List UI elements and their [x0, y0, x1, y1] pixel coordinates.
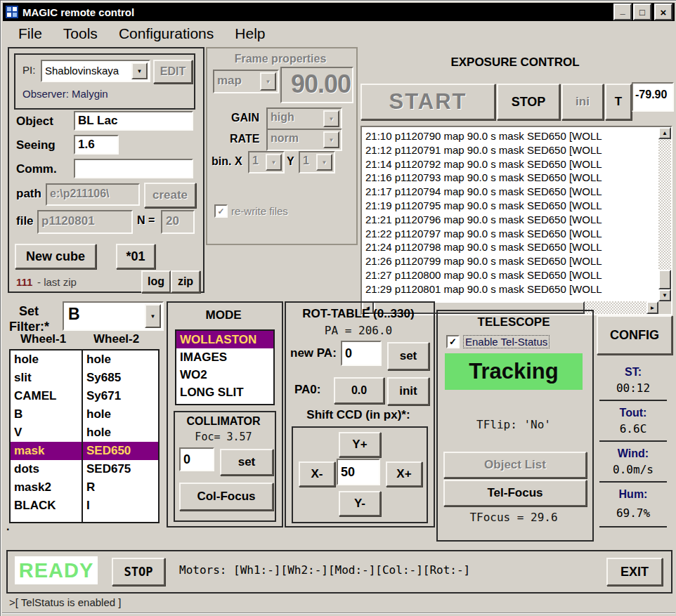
file-field[interactable]: p1120801 [37, 210, 133, 234]
set-label: Set [19, 304, 39, 319]
menu-help[interactable]: Help [235, 25, 265, 42]
log-line[interactable]: 21:27 p1120800 map 90.0 s mask SED650 [W… [365, 268, 658, 282]
log-line[interactable]: 21:10 p1120790 map 90.0 s mask SED650 [W… [365, 129, 658, 143]
app-icon [6, 6, 18, 18]
shift-amount-input[interactable] [337, 459, 380, 485]
pi-dropdown-arrow-icon[interactable]: ▼ [131, 63, 148, 79]
path-field[interactable]: e:\p211106\ [46, 183, 140, 206]
enable-telstatus-checkbox[interactable]: ✓ [446, 335, 460, 348]
wheel1-item[interactable]: slit [11, 369, 84, 387]
wheel2-item[interactable]: Sy685 [83, 369, 158, 387]
filter-dropdown-arrow-icon[interactable]: ▼ [145, 304, 161, 328]
exit-button[interactable]: EXIT [606, 558, 663, 586]
object-list-button[interactable]: Object List [443, 452, 587, 478]
wheel2-item[interactable]: SED675 [83, 460, 158, 478]
t-button[interactable]: T [605, 84, 632, 120]
wheel2-item[interactable]: R [83, 478, 158, 497]
frame-type-dropdown[interactable]: map ▼ [213, 70, 279, 93]
wheel1-item[interactable]: B [11, 405, 84, 424]
ini-button[interactable]: ini [561, 84, 604, 120]
shift-x-minus-button[interactable]: X- [299, 461, 335, 487]
object-input[interactable] [74, 111, 193, 131]
frame-properties-title: Frame properties [207, 53, 353, 65]
wheel2-item[interactable]: hole [83, 350, 158, 369]
wheel1-item[interactable]: mask2 [11, 478, 84, 497]
config-button[interactable]: CONFIG [597, 315, 672, 355]
log-line[interactable]: 21:17 p1120794 map 90.0 s mask SED650 [W… [365, 185, 658, 199]
filter-dropdown[interactable]: B ▼ [63, 301, 164, 331]
gain-dropdown[interactable]: high ▼ [266, 107, 342, 130]
scroll-right-button[interactable]: ► [646, 301, 658, 314]
bin-y-dropdown[interactable]: 1 ▼ [299, 151, 335, 173]
wheel1-item[interactable]: CAMEL [11, 387, 84, 405]
wheel1-item[interactable]: dots [11, 460, 84, 478]
scroll-up-button[interactable]: ▲ [658, 127, 671, 139]
wheel1-item-selected[interactable]: mask [11, 442, 84, 460]
mode-item[interactable]: IMAGES [176, 348, 273, 366]
log-line[interactable]: 21:22 p1120797 map 90.0 s mask SED650 [W… [365, 227, 658, 241]
scroll-down-button[interactable]: ▼ [658, 289, 671, 301]
tracking-status-badge: Tracking [445, 353, 583, 390]
wheel2-item[interactable]: hole [83, 424, 158, 442]
log-line[interactable]: 21:12 p1120791 map 90.0 s mask SED650 [W… [365, 143, 658, 157]
mode-item[interactable]: LONG SLIT [176, 384, 273, 401]
pa-set-button[interactable]: set [387, 342, 429, 370]
create-button[interactable]: create [144, 183, 196, 208]
log-line[interactable]: 21:19 p1120795 map 90.0 s mask SED650 [W… [365, 199, 658, 213]
menu-file[interactable]: File [18, 25, 42, 42]
vertical-scrollbar[interactable]: ▲ ▼ [658, 127, 671, 301]
log-line[interactable]: 21:21 p1120796 map 90.0 s mask SED650 [W… [365, 213, 658, 227]
wheel1-item[interactable]: BLACK [11, 497, 84, 515]
n-field[interactable]: 20 [161, 210, 195, 234]
tel-focus-button[interactable]: Tel-Focus [443, 480, 587, 506]
col-focus-button[interactable]: Col-Focus [179, 483, 273, 511]
log-line[interactable]: 21:29 p1120801 map 90.0 s mask SED650 [W… [365, 282, 658, 296]
dot-marker: . [6, 520, 9, 533]
collimator-focus-input[interactable] [179, 447, 214, 471]
maximize-button[interactable]: □ [633, 4, 651, 20]
rate-dropdown[interactable]: norm ▼ [266, 129, 342, 151]
close-button[interactable]: × [654, 4, 672, 20]
log-line[interactable]: 21:16 p1120793 map 90.0 s mask SED650 [W… [365, 171, 658, 185]
edit-button[interactable]: EDIT [153, 60, 193, 84]
shift-y-minus-button[interactable]: Y- [339, 491, 381, 516]
wheel1-item[interactable]: hole [11, 350, 84, 369]
new-pa-input[interactable] [341, 341, 382, 366]
stop-exposure-button[interactable]: STOP [497, 84, 560, 120]
wheel1-item[interactable]: V [11, 424, 84, 442]
wheel2-item[interactable]: Sy671 [83, 387, 158, 405]
pi-dropdown[interactable]: Shablovinskaya ▼ [41, 60, 150, 82]
log-line[interactable]: 21:14 p1120792 map 90.0 s mask SED650 [W… [365, 157, 658, 171]
star01-button[interactable]: *01 [116, 244, 155, 269]
new-cube-button[interactable]: New cube [15, 244, 96, 269]
rot-table-panel: ROT-TABLE (0..330) PA = 206.0 new PA: se… [285, 301, 435, 527]
shift-x-plus-button[interactable]: X+ [386, 461, 422, 487]
seeing-input[interactable] [74, 135, 119, 155]
mode-item[interactable]: WO2 [176, 366, 273, 384]
wheel2-item[interactable]: I [83, 497, 158, 515]
pi-group: PI: Shablovinskaya ▼ EDIT Observer: Maly… [14, 53, 195, 110]
shift-y-plus-button[interactable]: Y+ [339, 432, 381, 457]
rewrite-checkbox[interactable]: ✓ [214, 204, 228, 218]
stop-motors-button[interactable]: STOP [112, 558, 165, 586]
log-line[interactable]: 21:26 p1120799 map 90.0 s mask SED650 [W… [365, 254, 658, 268]
comm-input[interactable] [74, 159, 193, 178]
wheel2-item[interactable]: hole [83, 405, 158, 424]
wheel2-item-selected[interactable]: SED650 [83, 442, 158, 460]
telescope-panel: TELESCOPE ✓ Enable Tel-Status Tracking T… [436, 310, 594, 542]
log-button[interactable]: log [141, 270, 171, 293]
menu-configurations[interactable]: Configurations [119, 25, 214, 42]
pa-init-button[interactable]: init [387, 377, 429, 405]
collimator-set-button[interactable]: set [220, 449, 273, 476]
enable-telstatus-label[interactable]: Enable Tel-Status [463, 335, 550, 348]
sidebar-divider [599, 440, 667, 442]
zip-button[interactable]: zip [171, 270, 200, 293]
vertical-scroll-thumb[interactable] [658, 270, 671, 289]
log-line[interactable]: 21:24 p1120798 map 90.0 s mask SED650 [W… [365, 240, 658, 254]
mode-item-selected[interactable]: WOLLASTON [176, 331, 273, 348]
bin-x-dropdown[interactable]: 1 ▼ [248, 151, 285, 173]
minimize-icon: _ [620, 6, 625, 15]
minimize-button[interactable]: _ [613, 4, 632, 20]
menu-tools[interactable]: Tools [63, 25, 98, 42]
start-button[interactable]: START [360, 84, 495, 120]
